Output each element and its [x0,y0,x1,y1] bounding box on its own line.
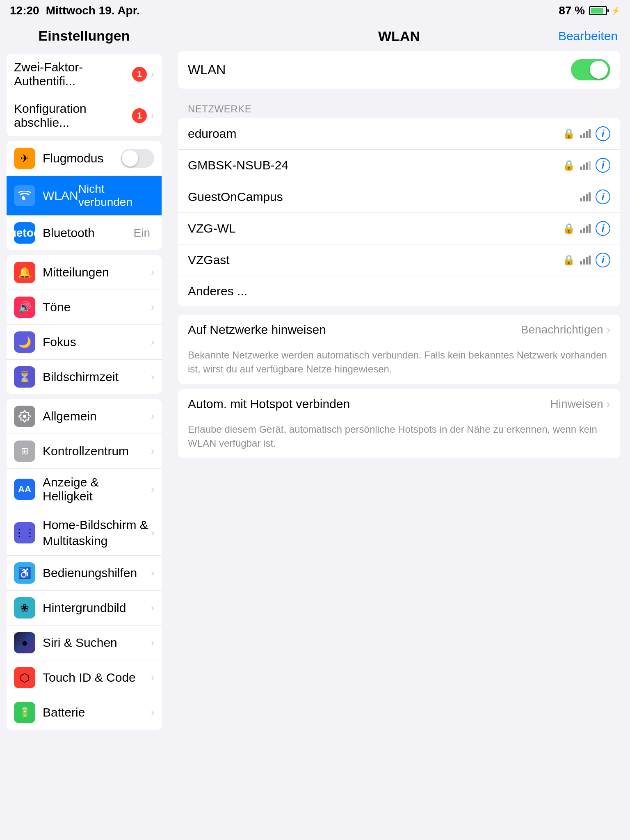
touchid-icon: ⬡ [14,667,35,688]
sidebar-item-konfiguration[interactable]: Konfiguration abschlie... 1 › [7,95,162,136]
hintergrundbild-icon: ❀ [14,597,35,619]
bluetooth-icon: Bluetooth [14,222,35,244]
network-name: VZGast [188,253,563,267]
flugmodus-toggle[interactable] [121,149,154,168]
notifications-group: 🔔 Mitteilungen › 🔊 Töne › 🌙 Fokus › ⏳ Bi… [7,255,162,394]
toene-icon: 🔊 [14,297,35,318]
toggle-knob [590,61,608,79]
chevron-icon: › [151,336,154,348]
sidebar-item-allgemein[interactable]: Allgemein › [7,399,162,434]
chevron-icon: › [151,371,154,383]
network-name: eduroam [188,127,563,141]
sidebar-item-mitteilungen[interactable]: 🔔 Mitteilungen › [7,255,162,290]
wlan-icon [14,185,35,206]
chevron-icon: › [151,567,154,579]
sidebar-item-kontrollzentrum[interactable]: ⊞ Kontrollzentrum › [7,434,162,469]
sidebar-item-hintergrundbild[interactable]: ❀ Hintergrundbild › [7,591,162,625]
info-button[interactable]: i [596,126,610,141]
notify-desc: Bekannte Netzwerke werden automatisch ve… [178,345,620,384]
svg-point-0 [23,415,26,418]
bildschirmzeit-icon: ⏳ [14,366,35,388]
wlan-main-row: WLAN [178,51,620,89]
right-content: WLAN NETZWERKE eduroam 🔒 [168,51,630,458]
info-button[interactable]: i [596,189,610,204]
anzeige-icon: AA [14,479,35,500]
lock-icon: 🔒 [563,128,575,139]
info-button[interactable]: i [596,253,610,267]
network-item-anderes[interactable]: Anderes ... [178,276,620,306]
wifi-strength-icon [580,161,591,170]
hotspot-value-text: Hinweisen [550,397,603,411]
chevron-icon: › [151,602,154,614]
notify-label: Auf Netzwerke hinweisen [188,323,326,337]
sidebar-title: Einstellungen [0,21,168,49]
notify-row[interactable]: Auf Netzwerke hinweisen Benachrichtigen … [178,315,620,345]
batterie-icon: 🔋 [14,702,35,723]
chevron-icon: › [151,445,154,457]
network-list: eduroam 🔒 i GMBSK-NSUB-24 🔒 [178,118,620,306]
badge-zwei-faktor: 1 [132,67,147,82]
lock-icon: 🔒 [563,254,575,266]
info-button[interactable]: i [596,221,610,236]
network-icons: i [580,189,610,204]
sidebar-item-touchid[interactable]: ⬡ Touch ID & Code › [7,660,162,695]
wlan-toggle-card: WLAN [178,51,620,89]
hotspot-value: Hinweisen › [550,397,611,411]
sidebar-item-flugmodus[interactable]: ✈ Flugmodus [7,141,162,176]
wifi-strength-icon [580,192,591,201]
lock-icon: 🔒 [563,160,575,171]
sidebar-item-siri[interactable]: ● Siri & Suchen › [7,625,162,660]
network-item-eduroam[interactable]: eduroam 🔒 i [178,118,620,150]
homebildschirm-icon: ⋮⋮ [14,522,35,543]
info-button[interactable]: i [596,158,610,173]
sidebar-item-homebildschirm[interactable]: ⋮⋮ Home-Bildschirm & Multitasking › [7,510,162,556]
sidebar-item-bluetooth[interactable]: Bluetooth Bluetooth Ein [7,216,162,250]
sidebar-item-wlan[interactable]: WLAN Nicht verbunden [7,176,162,216]
notify-value-text: Benachrichtigen [521,323,603,336]
sidebar-item-fokus[interactable]: 🌙 Fokus › [7,325,162,360]
chevron-icon: › [151,484,154,495]
badge-konfiguration: 1 [132,108,147,123]
status-left: 12:20 Mittwoch 19. Apr. [10,4,140,17]
status-bar: 12:20 Mittwoch 19. Apr. 87 % ⚡ [0,0,630,21]
network-item-vzg-wl[interactable]: VZG-WL 🔒 i [178,213,620,244]
edit-button[interactable]: Bearbeiten [558,29,618,43]
settings-group: Allgemein › ⊞ Kontrollzentrum › AA Anzei… [7,399,162,730]
panel-title: WLAN [378,28,420,44]
connect-group: ✈ Flugmodus WLAN Nicht verbunden Bluetoo… [7,141,162,250]
wlan-toggle[interactable] [571,59,610,80]
wifi-strength-icon [580,129,591,138]
date: Mittwoch 19. Apr. [46,4,140,17]
hotspot-card: Autom. mit Hotspot verbinden Hinweisen ›… [178,389,620,458]
network-name: VZG-WL [188,221,563,235]
chevron-icon: › [607,323,610,336]
sidebar-item-zwei-faktor[interactable]: Zwei-Faktor-Authentifi... 1 › [7,54,162,95]
wlan-label: WLAN [188,62,226,78]
wifi-strength-icon [580,256,591,265]
network-item-guestoncampus[interactable]: GuestOnCampus i [178,181,620,213]
network-item-vzgast[interactable]: VZGast 🔒 i [178,244,620,276]
chevron-icon: › [151,527,154,539]
sidebar-item-bedienungshilfen[interactable]: ♿ Bedienungshilfen › [7,556,162,591]
chevron-icon: › [607,397,610,411]
network-icons: 🔒 i [563,126,610,141]
sidebar-item-bildschirmzeit[interactable]: ⏳ Bildschirmzeit › [7,360,162,394]
sidebar-item-anzeige[interactable]: AA Anzeige & Helligkeit › [7,469,162,510]
chevron-icon: › [151,411,154,422]
main-layout: Einstellungen Zwei-Faktor-Authentifi... … [0,21,630,840]
charging-bolt-icon: ⚡ [611,6,620,15]
network-item-gmbsk[interactable]: GMBSK-NSUB-24 🔒 i [178,150,620,181]
notify-card: Auf Netzwerke hinweisen Benachrichtigen … [178,315,620,384]
network-name: GuestOnCampus [188,190,580,204]
fokus-icon: 🌙 [14,331,35,353]
sidebar: Einstellungen Zwei-Faktor-Authentifi... … [0,21,168,840]
right-header: WLAN Bearbeiten [168,21,630,51]
chevron-icon: › [151,301,154,313]
hotspot-desc: Erlaube diesem Gerät, automatisch persön… [178,419,620,458]
network-name: GMBSK-NSUB-24 [188,158,563,172]
chevron-icon: › [151,672,154,683]
sidebar-item-batterie[interactable]: 🔋 Batterie › [7,695,162,730]
network-icons: 🔒 i [563,253,610,267]
hotspot-row[interactable]: Autom. mit Hotspot verbinden Hinweisen › [178,389,620,419]
sidebar-item-toene[interactable]: 🔊 Töne › [7,290,162,325]
